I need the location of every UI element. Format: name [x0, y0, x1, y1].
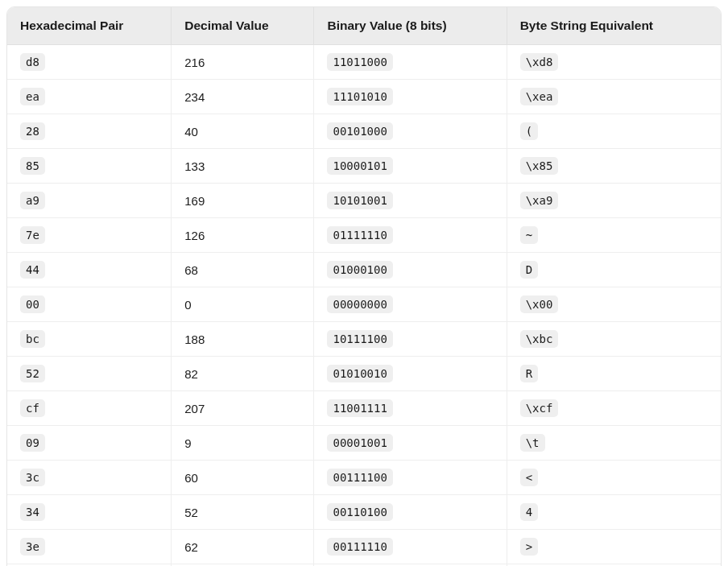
dec-value: 169	[184, 194, 205, 208]
byte-code: 4	[520, 503, 538, 521]
byte-code: <	[520, 469, 538, 486]
cell-bin: 00111100	[314, 461, 507, 495]
cell-bin: 11001111	[314, 391, 507, 426]
dec-value: 60	[184, 471, 198, 485]
cell-dec: 188	[172, 322, 314, 357]
conversion-table-wrapper: Hexadecimal Pair Decimal Value Binary Va…	[6, 6, 722, 566]
table-row: 09900001001\t	[7, 426, 721, 461]
cell-dec: 52	[172, 495, 314, 530]
table-row: 8513310000101\x85	[7, 149, 721, 184]
cell-bin: 01010010	[314, 357, 507, 391]
cell-bin: 10000101	[314, 149, 507, 184]
table-row: d821611011000\xd8	[7, 45, 721, 80]
cell-byte: \xea	[507, 80, 721, 114]
cell-byte: <	[507, 461, 721, 495]
cell-byte: \xd8	[507, 45, 721, 80]
bin-code: 11011000	[327, 53, 392, 71]
bin-code: 11101010	[327, 88, 392, 105]
cell-bin: 11101010	[314, 80, 507, 114]
byte-code: \xea	[520, 88, 559, 105]
byte-code: \xa9	[520, 192, 559, 209]
table-row: 446801000100D	[7, 253, 721, 287]
cell-byte: ~	[507, 218, 721, 253]
cell-hex: cf	[7, 391, 172, 426]
byte-code: D	[520, 261, 538, 279]
hex-code: d8	[20, 53, 45, 71]
cell-hex: 85	[7, 149, 172, 184]
hex-code: 34	[20, 503, 45, 521]
table-body: d821611011000\xd8ea23411101010\xea284000…	[7, 45, 721, 567]
bin-code: 10000101	[327, 157, 392, 175]
cell-byte: \t	[507, 426, 721, 461]
cell-byte: 4	[507, 495, 721, 530]
hex-code: cf	[20, 399, 45, 417]
bin-code: 00111100	[327, 469, 392, 486]
cell-byte: \xbc	[507, 322, 721, 357]
cell-bin: 10111100	[314, 322, 507, 357]
dec-value: 207	[184, 402, 205, 415]
hex-code: bc	[20, 330, 45, 348]
header-dec: Decimal Value	[172, 7, 314, 45]
cell-bin: 00001001	[314, 426, 507, 461]
cell-bin: 11011000	[314, 45, 507, 80]
cell-byte: \xcf	[507, 391, 721, 426]
table-row: cf20711001111\xcf	[7, 391, 721, 426]
bin-code: 01000100	[327, 261, 392, 279]
cell-hex: bc	[7, 322, 172, 357]
byte-code: \xbc	[520, 330, 559, 348]
cell-hex: ea	[7, 80, 172, 114]
hex-code: 3c	[20, 469, 45, 486]
header-hex: Hexadecimal Pair	[7, 7, 172, 45]
bin-code: 00001001	[327, 434, 392, 452]
cell-byte: \x85	[507, 149, 721, 184]
cell-hex: 7e	[7, 218, 172, 253]
bin-code: 00101000	[327, 122, 392, 140]
hex-code: 44	[20, 261, 45, 279]
hex-code: 00	[20, 295, 45, 313]
cell-dec: 82	[172, 357, 314, 391]
cell-byte: >	[507, 530, 721, 564]
cell-hex: 52	[7, 357, 172, 391]
hex-code: a9	[20, 192, 45, 209]
cell-bin: 00110100	[314, 495, 507, 530]
cell-hex: 00	[7, 287, 172, 322]
hex-code: ea	[20, 88, 45, 105]
dec-value: 68	[184, 263, 198, 277]
hex-code: 85	[20, 157, 45, 175]
table-row: 284000101000(	[7, 114, 721, 149]
cell-dec: 126	[172, 218, 314, 253]
cell-hex: 44	[7, 253, 172, 287]
cell-hex: a9	[7, 184, 172, 218]
table-row: bc18810111100\xbc	[7, 322, 721, 357]
byte-code: \t	[520, 434, 545, 452]
dec-value: 52	[184, 506, 198, 519]
bin-code: 00110100	[327, 503, 392, 521]
cell-byte: (	[507, 114, 721, 149]
dec-value: 40	[184, 125, 198, 138]
dec-value: 126	[184, 229, 205, 242]
cell-bin: 00000000	[314, 287, 507, 322]
cell-hex: 3e	[7, 530, 172, 564]
cell-hex: 3c	[7, 461, 172, 495]
cell-dec: 0	[172, 287, 314, 322]
cell-dec: 216	[172, 45, 314, 80]
bin-code: 01010010	[327, 365, 392, 382]
cell-bin: 01111110	[314, 218, 507, 253]
cell-byte: R	[507, 357, 721, 391]
byte-code: \x00	[520, 295, 559, 313]
cell-dec: 40	[172, 114, 314, 149]
hex-code: 3e	[20, 538, 45, 556]
byte-code: (	[520, 122, 538, 140]
cell-dec: 207	[172, 391, 314, 426]
dec-value: 9	[184, 436, 191, 450]
cell-hex: 09	[7, 426, 172, 461]
header-bin: Binary Value (8 bits)	[314, 7, 507, 45]
hex-code: 52	[20, 365, 45, 382]
table-row: ea23411101010\xea	[7, 80, 721, 114]
cell-byte: \x00	[507, 287, 721, 322]
bin-code: 11001111	[327, 399, 392, 417]
table-row: 00000000000\x00	[7, 287, 721, 322]
byte-code: R	[520, 365, 538, 382]
header-byte: Byte String Equivalent	[507, 7, 721, 45]
byte-code: >	[520, 538, 538, 556]
